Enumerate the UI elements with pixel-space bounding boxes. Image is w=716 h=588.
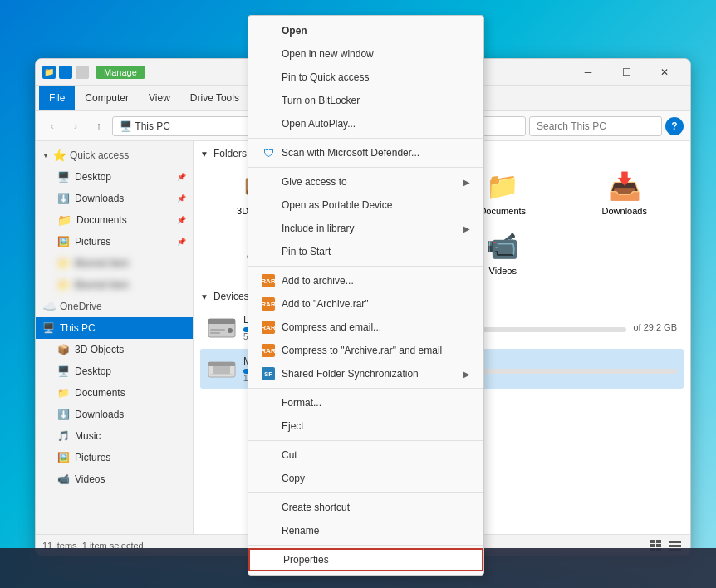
cm-pin-start[interactable]: Pin to Start xyxy=(248,240,483,263)
forward-button[interactable]: › xyxy=(66,116,86,136)
sidebar-item-desktop[interactable]: 🖥️ Desktop 📌 xyxy=(36,166,193,188)
cm-compress-rar-email[interactable]: RAR Compress to "Archive.rar" and email xyxy=(248,339,483,362)
sidebar: ▼ ⭐ Quick access 🖥️ Desktop 📌 ⬇️ Downloa… xyxy=(36,141,194,534)
close-button[interactable]: ✕ xyxy=(645,59,684,86)
cm-give-access[interactable]: Give access to ▶ xyxy=(248,170,483,194)
search-input[interactable] xyxy=(529,116,662,136)
sidebar-item-documents2[interactable]: 📁 Documents xyxy=(36,382,193,404)
cm-rename[interactable]: Rename xyxy=(248,519,483,542)
cm-sep-4 xyxy=(248,388,483,389)
cm-open-new-icon xyxy=(262,47,275,61)
cm-add-archive-icon: RAR xyxy=(262,274,275,287)
3d-icon: 📦 xyxy=(57,344,70,355)
sidebar-music-label: Music xyxy=(75,430,101,442)
cm-sep-7 xyxy=(248,545,483,546)
sidebar-item-downloads[interactable]: ⬇️ Downloads 📌 xyxy=(36,188,193,209)
cm-sep-6 xyxy=(248,492,483,493)
sidebar-item-downloads2[interactable]: ⬇️ Downloads xyxy=(36,404,193,425)
path-text: This PC xyxy=(135,120,170,132)
sidebar-item-pictures[interactable]: 🖼️ Pictures 📌 xyxy=(36,231,193,252)
back-button[interactable]: ‹ xyxy=(42,116,62,136)
sidebar-item-music[interactable]: 🎵 Music xyxy=(36,425,193,447)
svg-rect-11 xyxy=(650,544,655,547)
sidebar-item-3d-objects[interactable]: 📦 3D Objects xyxy=(36,339,193,360)
cm-eject[interactable]: Eject xyxy=(248,414,483,438)
devices-chevron-icon: ▼ xyxy=(200,292,208,301)
cm-compress-email[interactable]: RAR Compress and email... xyxy=(248,316,483,339)
tab-computer[interactable]: Computer xyxy=(75,86,139,110)
cm-portable[interactable]: Open as Portable Device xyxy=(248,194,483,217)
cm-autoplay-icon xyxy=(262,117,275,130)
cm-autoplay[interactable]: Open AutoPlay... xyxy=(248,112,483,135)
svg-rect-16 xyxy=(669,545,681,547)
pin-icon: 📌 xyxy=(177,173,186,181)
cm-pin-quick-access[interactable]: Pin to Quick access xyxy=(248,66,483,89)
maximize-button[interactable]: ☐ xyxy=(607,59,645,86)
videos-icon: 📹 xyxy=(57,473,70,485)
cm-shared-folder[interactable]: SF Shared Folder Synchronization ▶ xyxy=(248,362,483,385)
downloads-icon: ⬇️ xyxy=(57,193,70,204)
pin-icon-4: 📌 xyxy=(177,238,186,246)
folder-downloads-icon: 📥 xyxy=(608,169,641,203)
cm-open-new-window[interactable]: Open in new window xyxy=(248,42,483,66)
sidebar-header-quick-access: ▼ ⭐ Quick access xyxy=(36,145,193,166)
sidebar-item-this-pc[interactable]: 🖥️ This PC xyxy=(36,317,193,339)
sidebar-item-blurred-1: 📁 Blurred Item xyxy=(36,252,193,274)
manage-button[interactable]: Manage xyxy=(96,66,145,79)
sidebar-header-onedrive: ☁️ OneDrive xyxy=(36,296,193,317)
cm-format[interactable]: Format... xyxy=(248,391,483,414)
cm-properties-icon xyxy=(263,553,277,566)
sidebar-item-documents[interactable]: 📁 Documents 📌 xyxy=(36,209,193,231)
cm-portable-icon xyxy=(262,198,275,212)
this-pc-label: This PC xyxy=(60,322,96,334)
cm-add-rar[interactable]: RAR Add to "Archive.rar" xyxy=(248,292,483,316)
cm-bitlocker[interactable]: Turn on BitLocker xyxy=(248,89,483,112)
cm-sep-5 xyxy=(248,440,483,441)
cm-include-library[interactable]: Include in library ▶ xyxy=(248,217,483,240)
svg-rect-8 xyxy=(210,374,233,375)
sidebar-pictures2-label: Pictures xyxy=(75,452,110,463)
cm-library-arrow: ▶ xyxy=(463,224,470,233)
cm-bitlocker-icon xyxy=(262,94,275,107)
cm-compress-email-icon: RAR xyxy=(262,321,275,334)
cm-defender[interactable]: 🛡 Scan with Microsoft Defender... xyxy=(248,141,483,164)
cm-sep-1 xyxy=(248,138,483,139)
pin-icon-2: 📌 xyxy=(177,194,186,203)
tab-drive-tools[interactable]: Drive Tools xyxy=(180,86,249,110)
svg-rect-12 xyxy=(656,544,661,547)
desktop2-icon: 🖥️ xyxy=(57,365,70,377)
cm-open[interactable]: Open xyxy=(248,19,483,42)
chevron-icon: ▼ xyxy=(42,152,49,159)
cm-create-shortcut[interactable]: Create shortcut xyxy=(248,496,483,519)
cm-cut[interactable]: Cut xyxy=(248,443,483,467)
sidebar-item-desktop2[interactable]: 🖥️ Desktop xyxy=(36,360,193,382)
sidebar-pictures-label: Pictures xyxy=(75,236,110,247)
cm-add-archive[interactable]: RAR Add to archive... xyxy=(248,269,483,292)
sidebar-item-pictures2[interactable]: 🖼️ Pictures xyxy=(36,447,193,468)
tab-file[interactable]: File xyxy=(39,86,75,110)
desktop-icon: 🖥️ xyxy=(57,171,70,183)
folder-videos-icon: 📹 xyxy=(486,229,519,262)
tab-view[interactable]: View xyxy=(139,86,180,110)
documents-folder-icon: 📁 xyxy=(57,213,71,227)
title-bar-left: 📁 xyxy=(42,66,89,79)
sidebar-3d-label: 3D Objects xyxy=(75,344,124,355)
cm-copy[interactable]: Copy xyxy=(248,467,483,490)
minimize-button[interactable]: ─ xyxy=(569,59,607,86)
cm-cut-icon xyxy=(262,448,275,462)
cm-sep-3 xyxy=(248,266,483,267)
sidebar-item-videos[interactable]: 📹 Videos xyxy=(36,468,193,490)
help-button[interactable]: ? xyxy=(665,117,684,135)
svg-rect-4 xyxy=(210,332,220,334)
star-icon: ⭐ xyxy=(52,149,66,162)
title-controls: ─ ☐ ✕ xyxy=(569,59,684,86)
cm-rename-icon xyxy=(262,524,275,537)
onedrive-label: OneDrive xyxy=(60,301,102,312)
folder-item-downloads[interactable]: 📥 Downloads xyxy=(566,164,684,221)
sidebar-videos-label: Videos xyxy=(75,473,105,485)
up-button[interactable]: ↑ xyxy=(89,116,109,136)
computer-icon: 🖥️ xyxy=(120,120,132,132)
svg-point-2 xyxy=(228,328,233,333)
onedrive-icon: ☁️ xyxy=(42,300,56,313)
cm-properties[interactable]: Properties xyxy=(248,548,483,571)
